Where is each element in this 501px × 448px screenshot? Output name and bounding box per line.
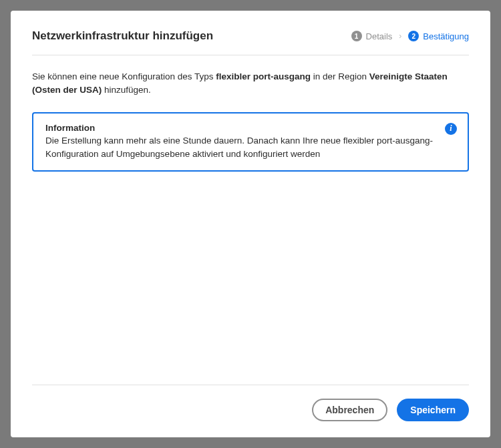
step-details[interactable]: 1 Details bbox=[351, 31, 393, 41]
info-box: i Information Die Erstellung kann mehr a… bbox=[32, 112, 469, 172]
dialog: Netzwerkinfrastruktur hinzufügen 1 Detai… bbox=[11, 11, 490, 437]
step-1-label: Details bbox=[366, 31, 393, 41]
cancel-button[interactable]: Abbrechen bbox=[312, 399, 387, 421]
step-2-label: Bestätigung bbox=[423, 31, 469, 41]
save-button[interactable]: Speichern bbox=[397, 399, 469, 421]
desc-prefix: Sie können eine neue Konfiguration des T… bbox=[32, 71, 216, 81]
dialog-footer: Abbrechen Speichern bbox=[32, 385, 469, 421]
dialog-body: Sie können eine neue Konfiguration des T… bbox=[32, 55, 469, 385]
step-1-circle: 1 bbox=[351, 31, 362, 41]
config-description: Sie können eine neue Konfiguration des T… bbox=[32, 70, 469, 97]
wizard-steps: 1 Details › 2 Bestätigung bbox=[351, 31, 469, 41]
chevron-right-icon: › bbox=[399, 31, 401, 41]
dialog-title: Netzwerkinfrastruktur hinzufügen bbox=[32, 29, 213, 43]
info-text: Die Erstellung kann mehr als eine Stunde… bbox=[45, 134, 456, 162]
desc-type: flexibler port-ausgang bbox=[216, 71, 311, 81]
content-spacer bbox=[32, 172, 469, 385]
step-2-circle: 2 bbox=[408, 31, 419, 41]
desc-suffix: hinzufügen. bbox=[102, 85, 151, 95]
dialog-header: Netzwerkinfrastruktur hinzufügen 1 Detai… bbox=[32, 29, 469, 55]
info-title: Information bbox=[45, 123, 456, 133]
info-icon: i bbox=[445, 123, 457, 135]
desc-mid: in der Region bbox=[311, 71, 369, 81]
step-confirmation[interactable]: 2 Bestätigung bbox=[408, 31, 469, 41]
